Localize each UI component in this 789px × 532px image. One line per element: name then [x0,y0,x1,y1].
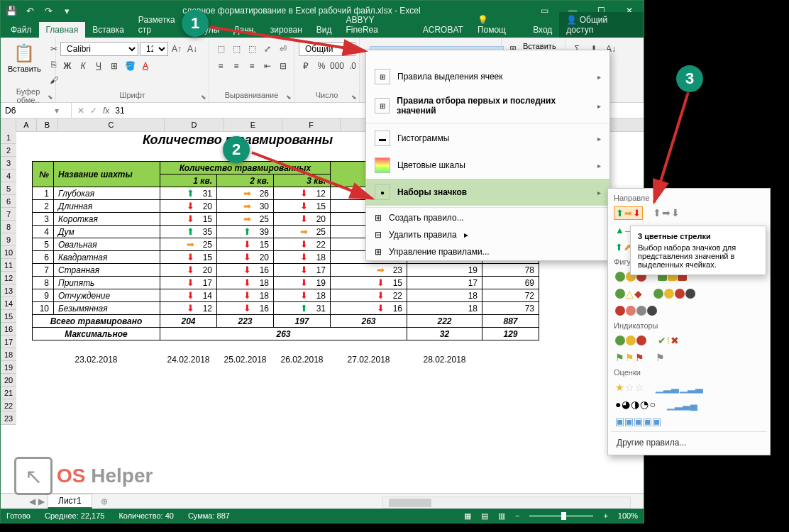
tab-data[interactable]: Данн. [226,22,263,38]
column-header[interactable]: C [58,118,165,131]
currency-icon[interactable]: ₽ [299,59,313,73]
row-header[interactable]: 7 [1,208,16,221]
undo-icon[interactable]: ↶ [23,4,36,17]
formula-input[interactable]: 31 [115,106,124,116]
iconset-5-bars[interactable]: ▁▂▃▄ [666,398,699,411]
align-top-icon[interactable]: ⬚ [214,42,228,56]
align-center-icon[interactable]: ≡ [229,59,243,73]
column-header[interactable]: A [16,118,37,131]
confirm-formula-icon[interactable]: ✓ [90,106,97,116]
align-right-icon[interactable]: ≡ [245,59,259,73]
iconset-5-boxes[interactable]: ▣▣▣▣▣ [614,415,663,428]
cf-data-bars[interactable]: ▬ Гистограммы ▸ [366,125,609,152]
cf-clear-rules[interactable]: ⊟ Удалить правила ▸ [366,226,609,243]
orientation-icon[interactable]: ⤢ [260,42,275,56]
number-launcher-icon[interactable]: ⬊ [351,94,357,101]
tab-view[interactable]: Вид [309,22,339,38]
iconset-3-signs[interactable]: △◆ [614,287,644,300]
clipboard-launcher-icon[interactable]: ⬊ [48,94,53,101]
tab-share[interactable]: 👤 Общий доступ [559,12,644,38]
sheet-nav-next-icon[interactable]: ▶ [38,497,45,506]
name-box-input[interactable] [5,106,55,116]
tab-home[interactable]: Главная [39,22,86,38]
horizontal-scrollbar[interactable] [382,497,631,509]
zoom-out-icon[interactable]: − [515,511,519,520]
percent-icon[interactable]: % [314,59,329,73]
underline-icon[interactable]: Ч [92,59,106,73]
fill-color-icon[interactable]: 🪣 [123,59,137,73]
font-launcher-icon[interactable]: ⬊ [201,94,206,101]
cf-manage-rules[interactable]: ⊞ Управление правилами... [366,243,609,260]
redo-icon[interactable]: ↷ [42,4,55,17]
iconset-4-bars[interactable]: ▁▂▃ ▁▂▃ [654,381,705,394]
iconset-3-arrows-gray[interactable]: ⬆➡⬇ [651,206,681,220]
icon-sets-other-rules[interactable]: Другие правила... [611,433,767,452]
italic-icon[interactable]: К [76,59,90,73]
row-header[interactable]: 18 [1,348,16,361]
row-header[interactable]: 11 [1,259,16,272]
row-header[interactable]: 15 [1,310,16,323]
iconset-3-symbols[interactable]: ✔!✖ [656,334,680,347]
iconset-5-quarters[interactable]: ●◕◑◔○ [614,398,657,411]
indent-decrease-icon[interactable]: ⇤ [260,59,275,73]
paste-button[interactable]: 📋 Вставить [5,42,44,74]
row-header[interactable]: 8 [1,221,16,233]
column-header[interactable]: F [282,118,341,131]
iconset-3-arrows-colored[interactable]: ⬆➡⬇ [614,206,643,220]
row-header[interactable]: 16 [1,323,16,336]
tab-help[interactable]: 💡 Помощ [470,12,526,38]
view-normal-icon[interactable]: ▦ [464,511,471,521]
cf-icon-sets[interactable]: ● Наборы значков ▸ [366,179,609,206]
row-header[interactable]: 13 [1,284,16,297]
decrease-font-icon[interactable]: A↓ [185,42,199,56]
column-header[interactable]: E [224,118,282,131]
cf-new-rule[interactable]: ⊞ Создать правило... [366,209,609,226]
font-size-select[interactable]: 12 [140,42,168,56]
qat-dropdown-icon[interactable]: ▾ [60,4,73,17]
borders-icon[interactable]: ⊞ [107,59,121,73]
cf-top-bottom[interactable]: ⊞ Правила отбора первых и последних знач… [366,90,609,121]
iconset-3-stars[interactable]: ★☆☆ [614,381,646,394]
save-icon[interactable]: 💾 [5,4,18,17]
row-header[interactable]: 3 [1,157,16,170]
cancel-formula-icon[interactable]: ✕ [77,106,84,116]
row-header[interactable]: 5 [1,182,16,195]
fx-icon[interactable]: fx [103,106,109,116]
align-left-icon[interactable]: ≡ [214,59,228,73]
tab-review[interactable]: зирован [263,22,309,38]
row-header[interactable]: 1 [1,131,16,144]
ribbon-options-icon[interactable]: ▭ [530,1,558,21]
row-header[interactable]: 6 [1,195,16,208]
view-layout-icon[interactable]: ▤ [481,511,488,521]
decimal-inc-icon[interactable]: .0 [346,59,360,73]
row-header[interactable]: 12 [1,272,16,284]
tab-file[interactable]: Файл [4,22,39,38]
wrap-text-icon[interactable]: ⏎ [276,42,290,56]
cf-highlight-cells[interactable]: ⊞ Правила выделения ячеек ▸ [366,63,609,90]
align-launcher-icon[interactable]: ⬊ [286,94,292,101]
iconset-3-flags[interactable]: ⚑⚑⚑ [614,351,646,364]
font-color-icon[interactable]: A [138,59,153,73]
column-header[interactable]: B [37,118,58,131]
row-header[interactable]: 23 [1,412,16,425]
merge-icon[interactable]: ⊟ [276,59,290,73]
zoom-in-icon[interactable]: + [603,511,607,520]
comma-icon[interactable]: 000 [330,59,344,73]
tab-abbyy[interactable]: ABBYY FineRea [339,12,416,38]
number-format-select[interactable]: Общий [299,42,355,56]
align-bottom-icon[interactable]: ⬚ [245,42,259,56]
select-all-corner[interactable] [1,118,16,131]
tab-insert[interactable]: Вставка [85,22,131,38]
row-header[interactable]: 10 [1,246,16,259]
cf-color-scales[interactable]: Цветовые шкалы ▸ [366,152,609,179]
iconset-flag-outline[interactable]: ⚑ [654,351,666,364]
zoom-level[interactable]: 100% [618,511,638,520]
add-sheet-icon[interactable]: ⊕ [95,497,114,506]
row-header[interactable]: 20 [1,374,16,387]
row-header[interactable]: 21 [1,387,16,399]
iconset-4-traffic[interactable] [652,287,697,300]
bold-icon[interactable]: Ж [60,59,75,73]
row-header[interactable]: 22 [1,399,16,412]
font-name-select[interactable]: Calibri [60,42,138,56]
row-header[interactable]: 4 [1,170,16,182]
